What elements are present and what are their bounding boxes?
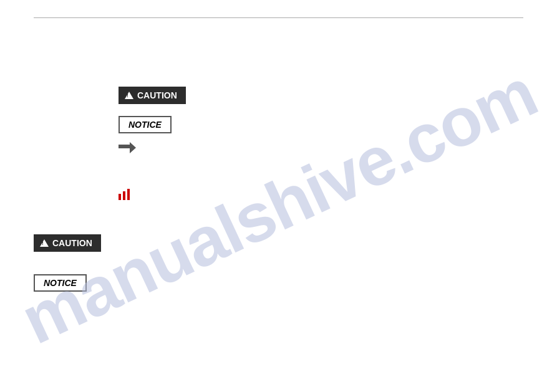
red-bars-container: [119, 189, 130, 200]
caution-badge-2: CAUTION: [34, 234, 101, 252]
notice-badge-inner-2: NOTICE: [34, 274, 87, 292]
warning-triangle-icon-2: [40, 239, 49, 247]
notice-label-1: NOTICE: [128, 120, 162, 130]
bar-2: [123, 191, 125, 200]
caution-badge-1: CAUTION: [119, 87, 186, 104]
watermark: manualshive.com: [0, 31, 557, 380]
caution-badge-inner-2: CAUTION: [34, 234, 101, 252]
signal-bars: [119, 189, 130, 200]
arrow-icon-container: [119, 141, 136, 155]
bar-1: [119, 194, 121, 200]
caution-badge-inner-1: CAUTION: [119, 87, 186, 104]
arrow-right-icon: [119, 141, 136, 152]
notice-badge-1: NOTICE: [119, 116, 172, 133]
page-container: manualshive.com CAUTION NOTICE CAUTION: [0, 0, 557, 392]
bar-3: [127, 189, 130, 200]
caution-label-2: CAUTION: [52, 238, 92, 248]
notice-badge-inner-1: NOTICE: [119, 116, 172, 133]
warning-triangle-icon-1: [125, 92, 133, 99]
caution-label-1: CAUTION: [137, 90, 177, 100]
notice-label-2: NOTICE: [44, 278, 77, 288]
top-divider: [34, 17, 523, 18]
watermark-text: manualshive.com: [9, 52, 548, 360]
notice-badge-2: NOTICE: [34, 274, 87, 292]
